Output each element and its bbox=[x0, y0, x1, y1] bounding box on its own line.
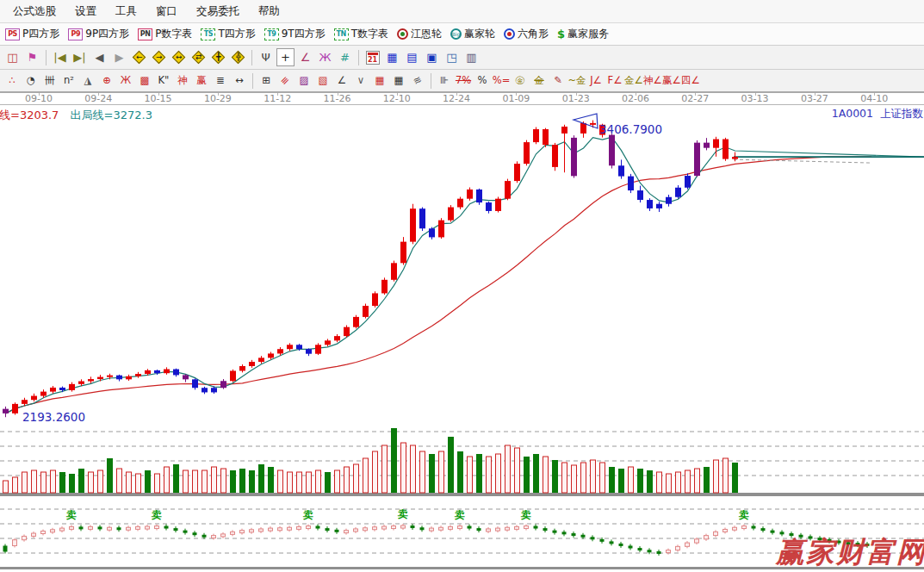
candlestick bbox=[306, 349, 312, 353]
chart-canvas[interactable]: 卖卖卖卖卖卖卖 bbox=[0, 105, 924, 572]
angle-four-icon[interactable]: 四∠ bbox=[682, 72, 699, 89]
angle-ying-icon[interactable]: 赢∠ bbox=[663, 72, 680, 89]
skip-start-icon[interactable]: |◀ bbox=[51, 48, 69, 66]
calculator-icon[interactable]: ▦ bbox=[383, 48, 401, 66]
angle-shen-icon[interactable]: 神∠ bbox=[644, 72, 661, 89]
diamond-swap-icon[interactable]: ⇄ bbox=[189, 48, 208, 66]
candlestick bbox=[97, 377, 103, 379]
candlestick bbox=[524, 142, 530, 164]
volume-bar bbox=[695, 469, 700, 493]
nine-t-square-tool[interactable]: T99T四方形 bbox=[264, 27, 326, 41]
ying-ruler-icon[interactable]: 赢 bbox=[193, 72, 210, 89]
print-icon[interactable]: ▥ bbox=[462, 48, 481, 66]
menu-item-3[interactable]: 工具 bbox=[106, 4, 146, 19]
export-icon[interactable]: ◳ bbox=[443, 48, 461, 66]
ray-fan-icon[interactable]: ≡ bbox=[273, 69, 297, 93]
skip-end-icon[interactable]: ▶| bbox=[71, 48, 89, 66]
candlestick bbox=[448, 208, 454, 221]
sell-signal-label: 卖 bbox=[302, 509, 313, 521]
angle-gold-icon[interactable]: 金∠ bbox=[625, 72, 642, 89]
notepad-icon[interactable]: ▤ bbox=[403, 48, 421, 66]
volume-bar bbox=[637, 469, 643, 493]
oscillator-candle bbox=[155, 526, 159, 529]
shen-ruler-icon[interactable]: 神 bbox=[174, 72, 191, 89]
t-number-table-tool[interactable]: TNT数字表 bbox=[334, 27, 388, 41]
percent-icon[interactable]: % bbox=[474, 72, 491, 89]
oscillator-candle bbox=[146, 526, 150, 529]
oscillator-candle bbox=[648, 550, 652, 552]
hexagon-tool[interactable]: 六角形 bbox=[504, 27, 549, 41]
calendar-icon[interactable]: 21 bbox=[363, 48, 381, 66]
step-back-icon[interactable]: ◀ bbox=[90, 48, 109, 66]
hatch-lines-icon[interactable]: ≋ bbox=[406, 69, 430, 91]
angle-measure-icon[interactable]: ∠ bbox=[296, 48, 314, 66]
menu-item-1[interactable]: 公式选股 bbox=[3, 4, 65, 19]
volume-bar bbox=[173, 464, 179, 493]
volume-bar bbox=[316, 470, 321, 493]
oscillator-candle bbox=[335, 530, 339, 532]
oscillator-candle bbox=[430, 528, 434, 531]
step-forward-icon[interactable]: ▶ bbox=[110, 48, 128, 66]
hand-tool-icon[interactable]: Ψ bbox=[257, 48, 275, 66]
t-number-table-tool-label: T数字表 bbox=[351, 27, 388, 41]
nine-p-square-tool[interactable]: P99P四方形 bbox=[68, 27, 129, 41]
tick-ruler-icon[interactable]: 卌 bbox=[41, 72, 59, 89]
pattern-tool-icon[interactable]: # bbox=[336, 48, 354, 66]
diamond-left-icon[interactable]: ← bbox=[130, 48, 148, 66]
diamond-expand-icon[interactable]: ╋ bbox=[209, 48, 227, 66]
pen-flag-icon[interactable]: ✎ bbox=[549, 72, 567, 89]
menu-item-2[interactable]: 设置 bbox=[65, 4, 106, 19]
oscillator-candle bbox=[108, 527, 112, 530]
bar-chart-icon[interactable]: ⊪ bbox=[436, 72, 453, 89]
p-square-tool[interactable]: PSP四方形 bbox=[5, 27, 59, 41]
grid-arrow-icon[interactable]: ▦ bbox=[390, 72, 407, 89]
t-square-tool[interactable]: TST四方形 bbox=[201, 27, 255, 41]
angle-j-icon[interactable]: J∠ bbox=[587, 72, 605, 89]
crosshair-tool-icon[interactable]: + bbox=[276, 48, 295, 66]
flower-tool-icon[interactable]: Ж bbox=[316, 48, 334, 66]
percent-line-icon[interactable]: 7% bbox=[455, 72, 472, 89]
point-line-icon[interactable]: ∴ bbox=[3, 72, 21, 89]
volume-bar bbox=[448, 437, 454, 493]
drawing-flag-icon[interactable]: ⚑ bbox=[23, 48, 41, 66]
triangle-pen-icon[interactable]: ◮ bbox=[79, 72, 96, 89]
kline-mark-icon[interactable]: K" bbox=[155, 72, 172, 89]
diamond-right-icon[interactable]: → bbox=[150, 48, 168, 66]
angle-f-icon[interactable]: F∠ bbox=[606, 72, 623, 89]
diamond-grid-icon[interactable]: ╬ bbox=[229, 48, 247, 66]
radial-web-icon[interactable]: Ж bbox=[117, 72, 134, 89]
p-number-table-tool[interactable]: PNP数字表 bbox=[138, 27, 192, 41]
scale-ruler-icon[interactable]: ≣ bbox=[212, 72, 229, 89]
save-icon[interactable]: ▣ bbox=[423, 48, 441, 66]
box-fan-dense-icon[interactable]: ▧ bbox=[314, 72, 332, 89]
app-chart-icon[interactable]: ◫ bbox=[3, 48, 22, 66]
oscillator-candle bbox=[250, 530, 254, 532]
n2-ruler-icon[interactable]: n² bbox=[60, 72, 78, 89]
wave-gold-icon[interactable]: ~金 bbox=[568, 72, 586, 89]
red-grid-icon[interactable]: ▦ bbox=[371, 72, 388, 89]
oscillator-candle bbox=[468, 526, 472, 529]
sell-signal-label: 卖 bbox=[65, 509, 77, 521]
diamond-hspan-icon[interactable]: ↔ bbox=[170, 48, 188, 66]
chart-area[interactable]: 卖卖卖卖卖卖卖 生命线=3203.7 出局线=3272.3 1A0001 上证指… bbox=[0, 105, 924, 572]
angle-rays-icon[interactable]: ∠ bbox=[333, 72, 350, 89]
menu-item-6[interactable]: 帮助 bbox=[249, 4, 289, 19]
gold-circle-icon[interactable]: ㊎ bbox=[512, 72, 529, 89]
gann-circle-icon[interactable]: ⊕ bbox=[98, 72, 115, 89]
box-fan-icon[interactable]: ▨ bbox=[295, 72, 313, 89]
winner-service[interactable]: $赢家服务 bbox=[557, 27, 609, 41]
check-rays-icon[interactable]: ∨ bbox=[352, 72, 369, 89]
percent-lines-icon[interactable]: %= bbox=[493, 72, 510, 89]
span-arrows-icon[interactable]: ↔ bbox=[231, 72, 248, 89]
life-line-value: 生命线=3203.7 bbox=[0, 109, 59, 121]
menu-item-5[interactable]: 交易委托 bbox=[187, 4, 249, 19]
date-tick bbox=[755, 93, 756, 96]
circle-gauge-icon[interactable]: ◔ bbox=[22, 72, 40, 89]
gold-lines-icon[interactable]: 金 bbox=[530, 72, 548, 89]
winner-wheel-tool[interactable]: Big赢家轮 bbox=[450, 27, 495, 41]
volume-bar bbox=[704, 467, 710, 493]
menu-item-4[interactable]: 窗口 bbox=[146, 4, 187, 19]
gann-wheel-tool[interactable]: 江恩轮 bbox=[397, 27, 442, 41]
oscillator-candle bbox=[534, 526, 538, 529]
square-web-icon[interactable]: ▩ bbox=[136, 72, 153, 89]
